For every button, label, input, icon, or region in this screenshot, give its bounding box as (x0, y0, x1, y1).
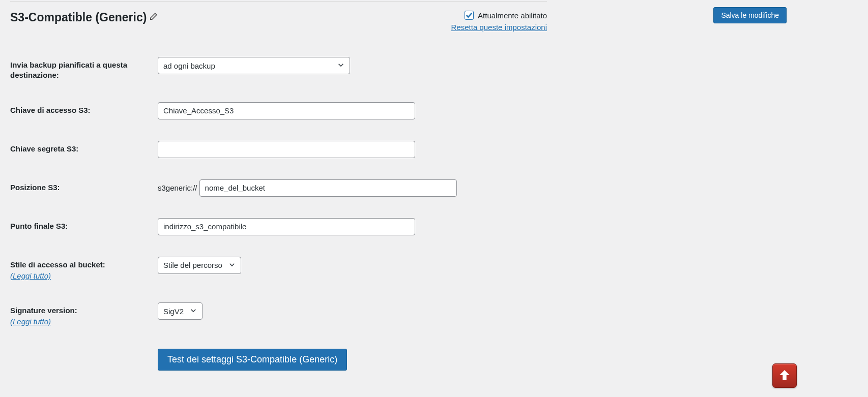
label-s3-location: Posizione S3: (10, 179, 158, 193)
label-signature-version: Signature version: (10, 306, 77, 315)
input-s3-location[interactable] (199, 179, 457, 197)
label-s3-endpoint: Punto finale S3: (10, 218, 158, 231)
enabled-label: Attualmente abilitato (478, 11, 547, 20)
section-title-text: S3-Compatible (Generic) (10, 11, 147, 24)
section-title: S3-Compatible (Generic) (10, 11, 158, 24)
label-secret-key: Chiave segreta S3: (10, 141, 158, 154)
input-access-key[interactable] (158, 102, 415, 119)
select-signature-version[interactable]: SigV2 (158, 302, 202, 320)
label-bucket-style: Stile di accesso al bucket: (10, 260, 105, 269)
chevron-down-icon (337, 62, 344, 70)
input-secret-key[interactable] (158, 141, 415, 158)
label-send-frequency: Invia backup pianificati a questa destin… (10, 57, 158, 81)
link-bucket-style-readmore[interactable]: (Leggi tutto) (10, 271, 158, 281)
label-access-key: Chiave di accesso S3: (10, 102, 158, 115)
reset-settings-link[interactable]: Resetta queste impostazioni (451, 23, 547, 32)
input-s3-endpoint[interactable] (158, 218, 415, 235)
chevron-down-icon (190, 307, 197, 316)
select-bucket-style[interactable]: Stile del percorso (158, 257, 241, 274)
link-sigversion-readmore[interactable]: (Leggi tutto) (10, 317, 158, 327)
save-changes-button[interactable]: Salva le modifiche (713, 7, 787, 23)
scroll-to-top-button[interactable] (772, 363, 797, 388)
edit-icon[interactable] (149, 11, 158, 24)
enabled-checkbox[interactable] (465, 11, 474, 20)
arrow-up-icon (777, 368, 792, 384)
select-send-frequency[interactable]: ad ogni backup (158, 57, 350, 74)
location-prefix: s3generic:// (158, 184, 197, 192)
chevron-down-icon (228, 261, 236, 269)
test-settings-button[interactable]: Test dei settaggi S3-Compatible (Generic… (158, 349, 347, 371)
